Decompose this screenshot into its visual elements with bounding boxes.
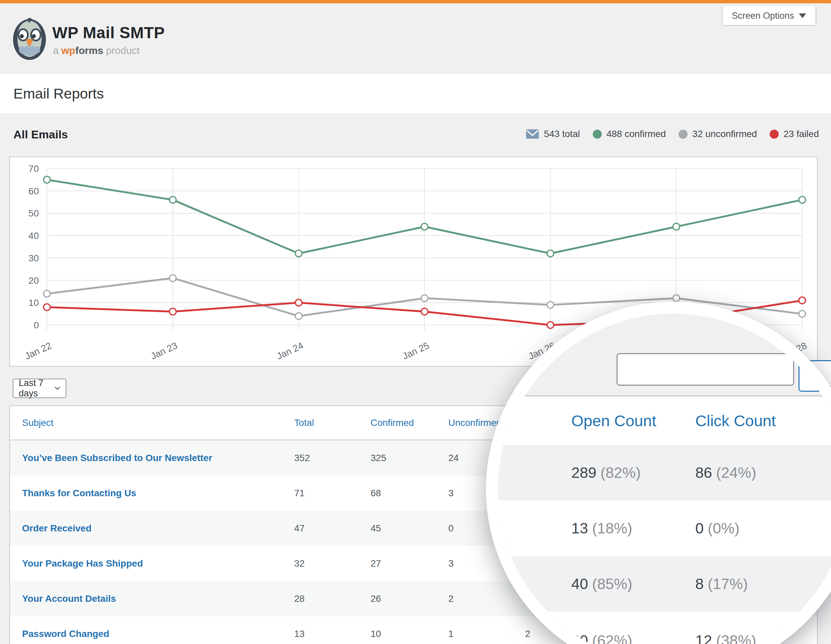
total-cell: 32 xyxy=(294,546,305,581)
email-subject-link[interactable]: Password Changed xyxy=(22,628,109,639)
total-cell: 71 xyxy=(294,475,305,510)
unconfirmed-cell: 1 xyxy=(448,616,454,644)
unconfirmed-cell: 0 xyxy=(448,510,454,546)
page-title: Email Reports xyxy=(13,74,104,113)
legend-total-label: 543 total xyxy=(544,129,580,139)
click-count-cell: 12(38%) xyxy=(695,612,756,644)
confirmed-cell: 45 xyxy=(371,510,381,546)
subtitle-suffix: product xyxy=(106,45,139,56)
open-count-cell: 40(85%) xyxy=(572,556,632,612)
unconfirmed-cell: 24 xyxy=(448,440,459,475)
chevron-down-icon xyxy=(55,386,60,391)
brand-top-bar xyxy=(0,0,831,3)
unconfirmed-cell: 3 xyxy=(448,546,454,581)
click-count-cell: 8(17%) xyxy=(695,556,748,612)
app-subtitle: a wpforms product xyxy=(53,45,139,56)
confirmed-dot-icon xyxy=(593,130,602,139)
svg-text:30: 30 xyxy=(29,253,39,263)
legend-item-confirmed: 488 confirmed xyxy=(593,129,666,139)
unconfirmed-dot-icon xyxy=(678,130,688,139)
wpforms-brand-wp: wp xyxy=(61,45,75,56)
confirmed-cell: 26 xyxy=(371,581,381,616)
failed-cell: 2 xyxy=(525,616,530,644)
column-header-confirmed[interactable]: Confirmed xyxy=(371,406,414,440)
unconfirmed-cell: 3 xyxy=(448,475,454,510)
svg-text:Jan 22: Jan 22 xyxy=(23,340,53,361)
legend-item-failed: 23 failed xyxy=(770,129,819,139)
svg-text:50: 50 xyxy=(29,208,39,218)
svg-text:Jan 23: Jan 23 xyxy=(149,340,179,361)
magnified-table-row: 289(82%) 86(24%) xyxy=(498,445,831,501)
app-title: WP Mail SMTP xyxy=(52,24,165,42)
svg-text:0: 0 xyxy=(33,320,39,331)
email-subject-link[interactable]: Order Received xyxy=(22,523,91,533)
total-cell: 28 xyxy=(294,581,305,616)
legend-item-unconfirmed: 32 unconfirmed xyxy=(678,129,757,139)
total-cell: 13 xyxy=(294,616,305,644)
magnified-table-row: 40(85%) 8(17%) xyxy=(498,556,831,612)
open-count-cell: 289(82%) xyxy=(572,445,641,501)
date-range-value: Last 7 days xyxy=(19,378,55,399)
section-title-all-emails: All Emails xyxy=(13,128,68,141)
svg-text:Jan 24: Jan 24 xyxy=(275,340,305,361)
chevron-down-icon xyxy=(799,13,806,18)
magnifier-content: Open Count Click Count 289(82%) 86(24%) … xyxy=(498,313,831,644)
svg-text:20: 20 xyxy=(29,275,39,286)
email-subject-link[interactable]: Your Account Details xyxy=(22,593,116,604)
app-header: WP Mail SMTP a wpforms product Screen Op… xyxy=(0,3,831,74)
click-count-cell: 86(24%) xyxy=(695,445,756,501)
total-cell: 47 xyxy=(294,510,305,546)
svg-text:Jan 25: Jan 25 xyxy=(401,340,431,361)
magnified-table-row: 13(18%) 0(0%) xyxy=(498,501,831,556)
search-input[interactable] xyxy=(616,353,794,386)
legend-unconfirmed-label: 32 unconfirmed xyxy=(692,129,757,139)
total-cell: 352 xyxy=(294,440,310,475)
screen-options-button[interactable]: Screen Options xyxy=(722,6,816,26)
column-header-unconfirmed[interactable]: Unconfirmed xyxy=(448,406,501,440)
magnified-table-header xyxy=(498,396,831,445)
svg-text:70: 70 xyxy=(29,164,39,174)
svg-text:10: 10 xyxy=(29,297,39,308)
subtitle-prefix: a xyxy=(53,45,59,56)
column-header-click-count[interactable]: Click Count xyxy=(695,396,776,445)
date-range-select[interactable]: Last 7 days xyxy=(13,378,66,398)
email-subject-link[interactable]: Your Package Has Shipped xyxy=(22,558,143,569)
screen-options-label: Screen Options xyxy=(732,11,794,21)
click-count-cell: 0(0%) xyxy=(695,501,740,556)
wp-mail-smtp-pigeon-logo xyxy=(13,17,46,60)
column-header-subject[interactable]: Subject xyxy=(22,406,53,440)
column-header-total[interactable]: Total xyxy=(294,406,314,440)
email-subject-link[interactable]: Thanks for Contacting Us xyxy=(22,488,136,498)
chart-legend: 543 total 488 confirmed 32 unconfirmed 2… xyxy=(526,127,819,142)
svg-text:60: 60 xyxy=(29,186,39,196)
wpforms-brand-forms: forms xyxy=(75,45,103,56)
open-count-cell: 20(62%) xyxy=(572,612,632,644)
confirmed-cell: 10 xyxy=(371,616,381,644)
confirmed-cell: 27 xyxy=(371,546,381,581)
confirmed-cell: 68 xyxy=(371,475,381,510)
svg-text:40: 40 xyxy=(29,231,39,241)
legend-confirmed-label: 488 confirmed xyxy=(607,129,666,139)
open-count-cell: 13(18%) xyxy=(572,501,632,556)
legend-failed-label: 23 failed xyxy=(783,129,819,139)
failed-dot-icon xyxy=(770,130,779,139)
unconfirmed-cell: 2 xyxy=(448,581,454,616)
page-title-band: Email Reports xyxy=(0,74,831,113)
column-header-open-count[interactable]: Open Count xyxy=(572,396,656,445)
email-subject-link[interactable]: You’ve Been Subscribed to Our Newsletter xyxy=(22,453,212,463)
envelope-icon xyxy=(526,129,539,139)
legend-item-total: 543 total xyxy=(526,129,580,139)
confirmed-cell: 325 xyxy=(371,440,386,475)
